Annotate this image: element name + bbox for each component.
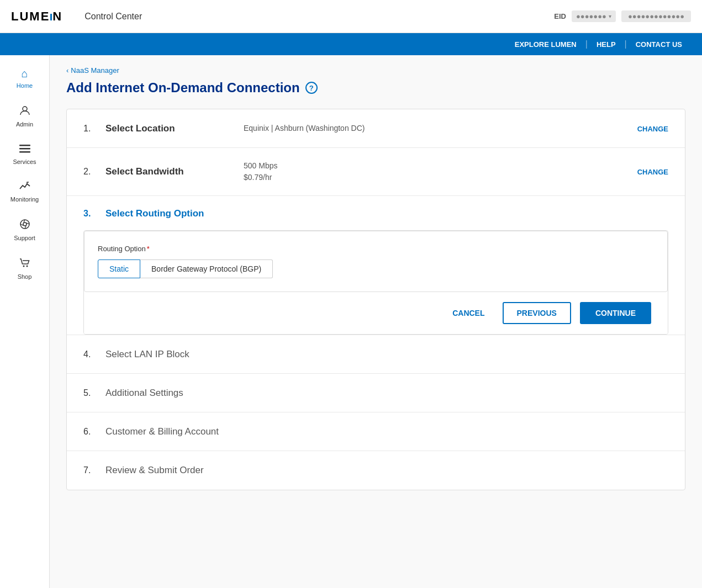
step-3-expanded: 3. Select Routing Option Routing Option*… [67,196,685,335]
continue-button[interactable]: CONTINUE [580,302,651,324]
sidebar-item-monitoring[interactable]: Monitoring [0,174,49,209]
svg-point-10 [23,266,24,267]
nav-help[interactable]: HELP [588,33,625,55]
admin-icon [19,105,30,119]
sidebar-label-home: Home [17,82,33,89]
step-1-value-line1: Equinix | Ashburn (Washington DC) [244,123,365,134]
step-3-title: Select Routing Option [105,208,227,219]
shop-icon [19,257,30,271]
top-header: LUMEN Control Center EID ●●●●●●● ▾ ●●●●●… [0,0,702,33]
step-2-value: 500 Mbps $0.79/hr [244,160,277,183]
step-6-title: Customer & Billing Account [105,426,227,437]
step-2-row: 2. Select Bandwidth 500 Mbps $0.79/hr CH… [67,148,685,196]
page-title-row: Add Internet On-Demand Connection ? [66,80,685,96]
sidebar-label-admin: Admin [16,121,33,128]
step-7-row: 7. Review & Submit Order [67,451,685,490]
sidebar-item-shop[interactable]: Shop [0,251,49,287]
step-3-header: 3. Select Routing Option [83,208,668,219]
step-3-number: 3. [83,209,105,219]
step-2-value-line2: $0.79/hr [244,172,277,183]
lumen-logo: LUMEN [11,9,62,24]
step-1-row: 1. Select Location Equinix | Ashburn (Wa… [67,109,685,148]
step-6-number: 6. [83,427,105,437]
help-icon[interactable]: ? [305,82,318,94]
nav-divider-1: | [585,39,588,49]
step-2-value-line1: 500 Mbps [244,160,277,172]
step-1-title: Select Location [105,123,227,134]
header-right: EID ●●●●●●● ▾ ●●●●●●●●●●●●● [554,10,691,22]
svg-point-11 [26,266,28,267]
cancel-button[interactable]: CANCEL [444,303,493,323]
step-1-action: CHANGE [637,124,668,134]
blue-nav: EXPLORE LUMEN | HELP | CONTACT US [0,33,702,55]
nav-explore-lumen[interactable]: EXPLORE LUMEN [506,33,585,55]
action-row: CANCEL PREVIOUS CONTINUE [84,292,668,334]
eid-text: ●●●●●●● [576,12,606,20]
routing-bgp-btn[interactable]: Border Gateway Protocol (BGP) [140,259,273,278]
step-4-row: 4. Select LAN IP Block [67,335,685,374]
svg-point-4 [20,220,29,229]
step-2-action: CHANGE [637,167,668,177]
step-1-change-link[interactable]: CHANGE [637,125,668,133]
sidebar-label-monitoring: Monitoring [10,196,39,203]
breadcrumb[interactable]: ‹ NaaS Manager [66,66,685,75]
nav-contact-us[interactable]: CONTACT US [627,33,691,55]
step-2-change-link[interactable]: CHANGE [637,168,668,176]
step-2-number: 2. [83,167,105,177]
previous-button[interactable]: PREVIOUS [503,302,571,324]
main-layout: ⌂ Home Admin Services [0,55,702,588]
app-title: Control Center [85,12,142,22]
eid-chevron: ▾ [609,13,611,19]
sidebar-item-home[interactable]: ⌂ Home [0,61,49,96]
sidebar-label-support: Support [14,235,35,241]
svg-point-5 [23,223,27,226]
logo-en: EN [41,9,63,23]
sidebar: ⌂ Home Admin Services [0,55,50,588]
support-icon [19,219,30,232]
services-icon [19,144,30,156]
routing-static-btn[interactable]: Static [98,259,140,278]
eid-label: EID [554,12,566,20]
svg-rect-1 [19,145,30,146]
svg-point-0 [23,107,27,111]
routing-panel: Routing Option* Static Border Gateway Pr… [84,231,668,292]
help-icon-label: ? [309,84,314,92]
sidebar-item-support[interactable]: Support [0,212,49,248]
breadcrumb-text: NaaS Manager [71,66,119,75]
account-value[interactable]: ●●●●●●●●●●●●● [621,10,691,22]
breadcrumb-chevron: ‹ [66,66,68,75]
step-2-title: Select Bandwidth [105,166,227,177]
eid-value[interactable]: ●●●●●●● ▾ [572,10,616,22]
routing-required: * [147,245,150,253]
page-title: Add Internet On-Demand Connection [66,80,300,96]
monitoring-icon [19,181,30,194]
step-1-value: Equinix | Ashburn (Washington DC) [244,123,365,134]
content-area: ‹ NaaS Manager Add Internet On-Demand Co… [50,55,702,588]
step-4-number: 4. [83,349,105,359]
step-6-row: 6. Customer & Billing Account [67,412,685,451]
steps-card: 1. Select Location Equinix | Ashburn (Wa… [66,109,685,490]
home-icon: ⌂ [21,67,28,80]
routing-options: Static Border Gateway Protocol (BGP) [98,259,654,278]
routing-option-label: Routing Option* [98,245,654,253]
step-7-number: 7. [83,465,105,475]
step-4-title: Select LAN IP Block [105,349,227,360]
nav-divider-2: | [625,39,627,49]
step-1-number: 1. [83,124,105,134]
sidebar-item-admin[interactable]: Admin [0,98,49,134]
step-7-title: Review & Submit Order [105,465,227,476]
svg-rect-2 [19,148,30,150]
step-5-number: 5. [83,388,105,398]
step-3-inner: Routing Option* Static Border Gateway Pr… [83,230,668,335]
sidebar-item-services[interactable]: Services [0,137,49,172]
step-5-title: Additional Settings [105,388,227,399]
svg-rect-3 [19,151,30,153]
routing-label-text: Routing Option [98,245,146,253]
step-5-row: 5. Additional Settings [67,374,685,412]
sidebar-label-services: Services [13,158,36,165]
sidebar-label-shop: Shop [18,273,32,280]
